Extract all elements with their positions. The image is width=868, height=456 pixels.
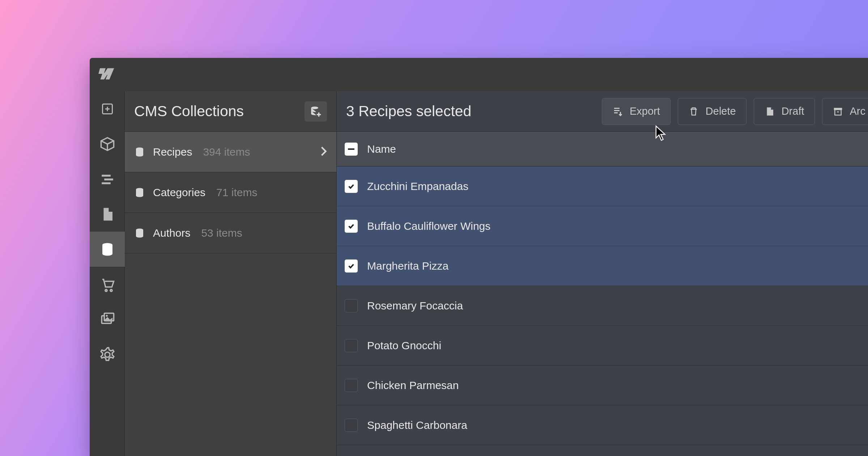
app-body: CMS Collections Recipes394 itemsCategori… — [90, 91, 868, 456]
collection-item[interactable]: Recipes394 items — [125, 132, 336, 172]
row-name: Potato Gnocchi — [367, 339, 441, 352]
iconrail-add[interactable] — [90, 91, 125, 126]
row-checkbox[interactable] — [345, 299, 358, 312]
collection-name: Authors — [153, 227, 190, 239]
export-label: Export — [630, 105, 660, 117]
chevron-right-icon — [320, 146, 327, 158]
svg-rect-3 — [102, 182, 111, 184]
collection-item[interactable]: Authors53 items — [125, 213, 336, 253]
collection-name: Categories — [153, 186, 205, 199]
collections-header: CMS Collections — [125, 91, 336, 132]
collections-sidebar: CMS Collections Recipes394 itemsCategori… — [125, 91, 337, 456]
row-checkbox[interactable] — [345, 419, 358, 432]
iconrail-ecommerce[interactable] — [90, 267, 125, 302]
svg-rect-1 — [102, 174, 111, 176]
draft-label: Draft — [782, 105, 804, 117]
selection-count-text: 3 Recipes selected — [346, 103, 595, 120]
webflow-logo-icon — [96, 64, 115, 85]
iconrail-cms[interactable] — [90, 232, 125, 267]
table-row[interactable]: Rosemary Focaccia — [337, 286, 868, 326]
trash-icon — [688, 106, 699, 117]
main-header: 3 Recipes selected Export Delete Draft A… — [337, 91, 868, 132]
table-row[interactable]: Chicken Parmesan — [337, 366, 868, 405]
collection-count: 53 items — [201, 227, 242, 239]
row-name: Zucchini Empanadas — [367, 180, 468, 193]
collection-count: 71 items — [216, 186, 257, 199]
table-row[interactable]: Spaghetti Carbonara — [337, 405, 868, 445]
archive-icon — [833, 106, 843, 117]
collection-name: Recipes — [153, 146, 192, 158]
app-window: CMS Collections Recipes394 itemsCategori… — [90, 58, 868, 456]
iconrail-settings[interactable] — [90, 337, 125, 372]
iconrail — [90, 91, 125, 456]
table-row[interactable]: Zucchini Empanadas — [337, 166, 868, 206]
iconrail-navigator[interactable] — [90, 161, 125, 197]
svg-point-7 — [106, 314, 107, 316]
row-checkbox[interactable] — [345, 220, 358, 233]
svg-rect-2 — [104, 178, 113, 180]
delete-label: Delete — [706, 105, 736, 117]
row-name: Chicken Parmesan — [367, 379, 459, 392]
export-button[interactable]: Export — [602, 98, 671, 125]
iconrail-pages[interactable] — [90, 197, 125, 232]
row-name: Spaghetti Carbonara — [367, 419, 467, 431]
iconrail-symbols[interactable] — [90, 126, 125, 161]
row-name: Rosemary Focaccia — [367, 300, 463, 312]
row-checkbox[interactable] — [345, 259, 358, 273]
select-all-checkbox[interactable] — [345, 143, 358, 156]
titlebar — [90, 58, 868, 91]
table-header: Name — [337, 132, 868, 166]
table-row[interactable]: Buffalo Cauliflower Wings — [337, 206, 868, 246]
collection-count: 394 items — [203, 146, 250, 158]
delete-button[interactable]: Delete — [678, 98, 746, 125]
draft-icon — [764, 106, 775, 117]
draft-button[interactable]: Draft — [754, 98, 815, 125]
iconrail-assets[interactable] — [90, 302, 125, 337]
archive-label: Arc — [850, 105, 866, 117]
table-row[interactable]: Potato Gnocchi — [337, 326, 868, 366]
table-row[interactable]: Margherita Pizza — [337, 246, 868, 286]
export-icon — [612, 106, 623, 117]
row-name: Buffalo Cauliflower Wings — [367, 220, 490, 232]
column-header-name[interactable]: Name — [367, 143, 396, 155]
row-checkbox[interactable] — [345, 180, 358, 193]
collections-title: CMS Collections — [134, 103, 305, 120]
archive-button[interactable]: Arc — [822, 98, 868, 125]
row-checkbox[interactable] — [345, 339, 358, 352]
row-checkbox[interactable] — [345, 379, 358, 392]
row-name: Margherita Pizza — [367, 260, 448, 272]
collection-item[interactable]: Categories71 items — [125, 172, 336, 213]
svg-rect-12 — [834, 108, 842, 110]
add-collection-button[interactable] — [305, 101, 327, 122]
main-panel: 3 Recipes selected Export Delete Draft A… — [337, 91, 868, 456]
